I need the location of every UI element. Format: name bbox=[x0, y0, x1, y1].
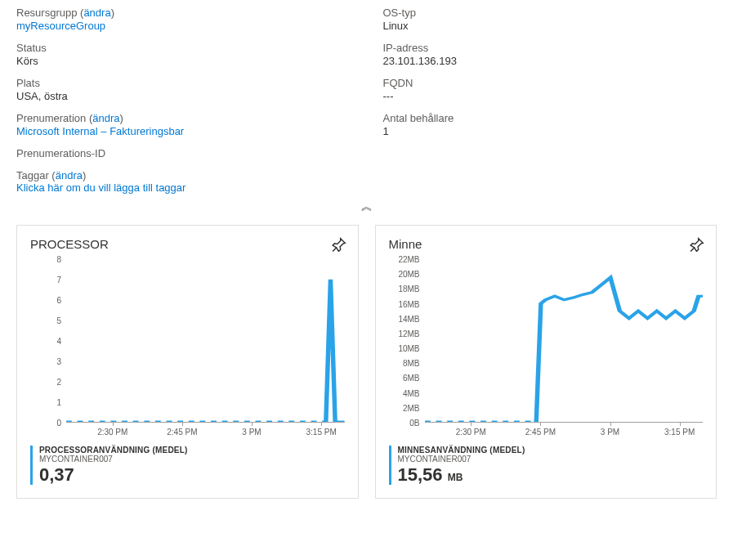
cpu-plot[interactable]: 012345678 2:30 PM2:45 PM3 PM3:15 PM bbox=[30, 259, 345, 439]
mem-legend: MINNESANVÄNDNING (MEDEL) MYCONTAINER007 … bbox=[389, 446, 704, 485]
chevron-double-up-icon: ︽ bbox=[361, 199, 373, 213]
value-number: 15,56 bbox=[398, 464, 443, 485]
resource-group-link[interactable]: myResourceGroup bbox=[16, 20, 105, 32]
prop-containers: Antal behållare 1 bbox=[383, 112, 717, 137]
mem-chart-card: Minne 0B2MB4MB6MB8MB10MB12MB14MB16MB18MB… bbox=[375, 225, 717, 499]
add-tags-link[interactable]: Klicka här om du vill lägga till taggar bbox=[16, 181, 185, 194]
x-axis: 2:30 PM2:45 PM3 PM3:15 PM bbox=[425, 426, 704, 439]
label: Prenumerations-ID bbox=[16, 147, 351, 159]
label: FQDN bbox=[383, 77, 717, 89]
value: 1 bbox=[383, 125, 717, 137]
properties-grid: Resursgrupp (ändra) myResourceGroup Stat… bbox=[0, 0, 733, 169]
resource-group-change-link[interactable]: ändra bbox=[83, 7, 110, 19]
legend-title: PROCESSORANVÄNDNING (MEDEL) bbox=[39, 446, 345, 455]
y-axis: 012345678 bbox=[30, 259, 66, 423]
tags-row: Taggar (ändra) Klicka här om du vill läg… bbox=[0, 169, 733, 199]
prop-resource-group: Resursgrupp (ändra) myResourceGroup bbox=[16, 7, 351, 32]
pin-button[interactable] bbox=[332, 237, 346, 252]
subscription-link[interactable]: Microsoft Internal – Faktureringsbar bbox=[16, 125, 184, 137]
value: Körs bbox=[16, 55, 351, 67]
value-unit: MB bbox=[448, 472, 463, 483]
plot-area bbox=[66, 259, 345, 423]
pin-icon bbox=[332, 237, 346, 252]
y-axis: 0B2MB4MB6MB8MB10MB12MB14MB16MB18MB20MB22… bbox=[389, 259, 425, 423]
prop-location: Plats USA, östra bbox=[16, 77, 351, 102]
legend-value: 0,37 bbox=[39, 465, 345, 485]
mem-data-line bbox=[536, 278, 703, 422]
value: 23.101.136.193 bbox=[383, 55, 717, 67]
mem-plot[interactable]: 0B2MB4MB6MB8MB10MB12MB14MB16MB18MB20MB22… bbox=[389, 259, 704, 439]
legend-subtitle: MYCONTAINER007 bbox=[398, 455, 704, 464]
pin-button[interactable] bbox=[690, 237, 704, 252]
label: Resursgrupp bbox=[16, 7, 77, 19]
subscription-change-link[interactable]: ändra bbox=[92, 112, 119, 124]
label: OS-typ bbox=[383, 7, 717, 19]
label: Status bbox=[16, 42, 351, 54]
legend-title: MINNESANVÄNDNING (MEDEL) bbox=[398, 446, 704, 455]
label: Prenumeration bbox=[16, 112, 86, 124]
prop-subscription: Prenumeration (ändra) Microsoft Internal… bbox=[16, 112, 351, 137]
pin-icon bbox=[690, 237, 704, 252]
collapse-toggle[interactable]: ︽ bbox=[0, 199, 733, 217]
cpu-data-line bbox=[326, 280, 345, 422]
label: IP-adress bbox=[383, 42, 717, 54]
legend-subtitle: MYCONTAINER007 bbox=[39, 455, 345, 464]
plot-area bbox=[425, 259, 704, 423]
label: Antal behållare bbox=[383, 112, 717, 124]
prop-os-type: OS-typ Linux bbox=[383, 7, 717, 32]
prop-ip: IP-adress 23.101.136.193 bbox=[383, 42, 717, 67]
x-axis: 2:30 PM2:45 PM3 PM3:15 PM bbox=[66, 426, 345, 439]
tags-change-link[interactable]: ändra bbox=[56, 169, 83, 181]
value: --- bbox=[383, 90, 717, 102]
cpu-chart-card: PROCESSOR 012345678 2:30 PM2:45 PM3 PM3:… bbox=[16, 225, 359, 499]
cpu-chart-title: PROCESSOR bbox=[30, 237, 345, 251]
value: Linux bbox=[383, 20, 717, 32]
value: USA, östra bbox=[16, 90, 351, 102]
cpu-legend: PROCESSORANVÄNDNING (MEDEL) MYCONTAINER0… bbox=[30, 446, 345, 485]
prop-subscription-id: Prenumerations-ID bbox=[16, 147, 351, 159]
mem-chart-title: Minne bbox=[389, 237, 704, 251]
tags-label: Taggar bbox=[16, 169, 49, 181]
prop-fqdn: FQDN --- bbox=[383, 77, 717, 102]
legend-value: 15,56 MB bbox=[398, 465, 704, 485]
value-number: 0,37 bbox=[39, 464, 74, 485]
charts-row: PROCESSOR 012345678 2:30 PM2:45 PM3 PM3:… bbox=[0, 217, 733, 515]
prop-status: Status Körs bbox=[16, 42, 351, 67]
label: Plats bbox=[16, 77, 351, 89]
